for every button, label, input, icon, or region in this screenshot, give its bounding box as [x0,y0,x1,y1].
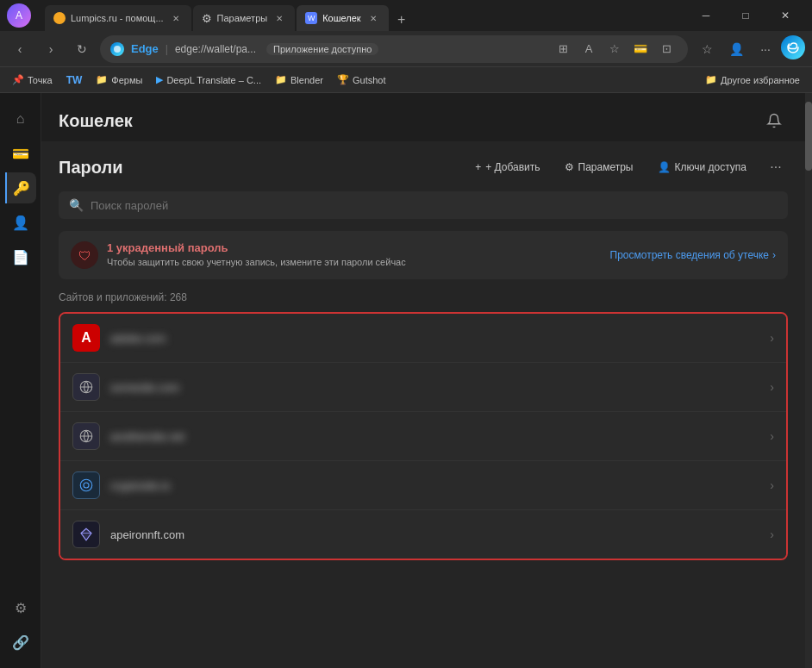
bookmark-tw[interactable]: TW [61,72,88,88]
main-content: ⌂ 💳 🔑 👤 📄 ⚙ 🔗 Кошелек Пароли [0,93,812,668]
bookmark-deepl[interactable]: ▶ DeepL Translate – С... [151,72,266,87]
back-button[interactable]: ‹ [7,36,33,62]
bookmark-tocha[interactable]: 📌 Точка [7,72,58,87]
site-name-1: adobe.com [110,332,759,345]
passkeys-button[interactable]: 👤 Ключи доступа [651,158,754,177]
maximize-button[interactable]: □ [726,3,765,28]
bookmark-gutshot[interactable]: 🏆 Gutshot [332,72,391,87]
profile-icon[interactable]: 👤 [722,35,750,63]
sidebar-item-share[interactable]: 🔗 [5,627,36,658]
sites-count: Сайтов и приложений: 268 [59,291,788,303]
wallet-icon[interactable]: 💳 [629,38,652,60]
minimize-button[interactable]: ─ [686,3,726,28]
refresh-button[interactable]: ↻ [69,36,95,62]
tab-group: Lumpics.ru - помощ... ✕ ⚙ Параметры ✕ W … [45,0,683,31]
tab2-title: Параметры [217,13,268,23]
address-icons: ⊞ A ☆ 💳 ⊡ [552,38,678,60]
bookmark-other-label: Другое избранное [721,75,800,85]
settings-button[interactable]: ⚙ Параметры [558,158,640,177]
tab2-favicon: ⚙ [202,12,212,25]
favorites-icon[interactable]: ☆ [603,38,626,60]
bookmark-fermy[interactable]: 📁 Фермы [91,72,147,87]
wallet-bell-button[interactable] [760,107,788,134]
more-options-icon[interactable]: ··· [752,35,779,63]
site-favicon-adobe: A [72,324,100,352]
passkeys-label: Ключи доступа [675,161,747,173]
site-name-2: somesite.com [110,381,759,394]
address-url: edge://wallet/pa... [175,43,256,55]
tab2-close[interactable]: ✕ [272,11,286,25]
edge-logo-button[interactable] [781,35,805,59]
toolbar-icons: ☆ 👤 ··· [693,35,805,63]
bookmark-deepl-label: DeepL Translate – С... [166,75,261,85]
password-item[interactable]: anothersite.net › [60,412,786,461]
sidebar-item-settings[interactable]: ⚙ [5,592,36,623]
vertical-scrollbar[interactable] [805,93,812,668]
tab3-title: Кошелек [322,13,360,23]
tab1-close[interactable]: ✕ [169,11,183,25]
bookmark-blender[interactable]: 📁 Blender [270,72,328,87]
password-item[interactable]: somesite.com › [60,363,786,412]
site-favicon-circle [72,471,100,499]
sidebar-item-home[interactable]: ⌂ [5,103,36,134]
alert-link[interactable]: Просмотреть сведения об утечке › [610,249,776,261]
site-favicon-diamond [72,521,100,548]
close-button[interactable]: ✕ [765,3,805,28]
password-item[interactable]: A adobe.com › [60,314,786,363]
section-actions: + + Добавить ⚙ Параметры 👤 Ключи доступа… [468,155,788,179]
tab-lumpics[interactable]: Lumpics.ru - помощ... ✕ [45,5,191,31]
sidebar-item-doc[interactable]: 📄 [5,241,36,272]
collections-icon[interactable]: ⊡ [655,38,678,60]
tab1-favicon [53,12,66,24]
alert-link-arrow: › [772,249,776,261]
new-tab-button[interactable]: + [390,9,413,31]
read-view-icon[interactable]: A [578,38,600,60]
search-icon: 🔍 [69,198,84,212]
password-item[interactable]: cryptosite.io › [60,461,786,510]
tab3-close[interactable]: ✕ [366,11,380,25]
search-bar[interactable]: 🔍 [59,191,788,219]
bookmark-deepl-icon: ▶ [156,74,163,85]
alert-description: Чтобы защитить свою учетную запись, изме… [107,256,602,269]
sidebar-item-card[interactable]: 💳 [5,138,36,169]
bookmark-gutshot-icon: 🏆 [337,74,349,85]
alert-icon-wrap: 🛡 [71,241,98,269]
favorites-bar-icon[interactable]: ☆ [693,35,721,63]
bookmark-blender-icon: 📁 [275,74,287,85]
tab-wallet[interactable]: W Кошелек ✕ [297,5,388,31]
site-info-5: apeironnft.com [110,528,759,541]
password-item[interactable]: apeironnft.com › [60,510,786,559]
site-name-5: apeironnft.com [110,528,759,541]
window-controls: ─ □ ✕ [686,3,805,28]
alert-content: 1 украденный пароль Чтобы защитить свою … [107,241,602,269]
site-info-3: anothersite.net [110,430,759,443]
add-button[interactable]: + + Добавить [468,158,547,177]
sidebar-item-person[interactable]: 👤 [5,207,36,238]
site-favicon-globe2 [72,422,100,450]
site-favicon-globe1 [72,373,100,401]
alert-title: 1 украденный пароль [107,241,602,254]
user-avatar[interactable]: A [7,3,31,28]
tab1-title: Lumpics.ru - помощ... [71,13,164,23]
section-header: Пароли + + Добавить ⚙ Параметры 👤 Ключи … [59,155,788,179]
svg-point-2 [80,480,92,492]
chevron-right-icon: › [770,331,774,345]
tab-settings[interactable]: ⚙ Параметры ✕ [193,5,296,31]
password-list: A adobe.com › somesite.com [59,312,788,560]
search-input[interactable] [91,199,778,212]
forward-button[interactable]: › [38,36,64,62]
settings-label: Параметры [578,161,634,173]
settings-gear-icon: ⚙ [565,161,574,173]
app-available-badge: Приложение доступно [266,43,378,55]
wallet-header: Кошелек [41,93,805,141]
chevron-right-icon: › [770,528,774,541]
bookmark-fermy-icon: 📁 [96,74,108,85]
split-screen-icon[interactable]: ⊞ [552,38,574,60]
more-options-button[interactable]: ··· [764,155,788,179]
tab3-favicon: W [305,12,317,24]
bookmark-gutshot-label: Gutshot [353,75,386,85]
sidebar-item-key[interactable]: 🔑 [5,172,36,203]
nav-bar: ‹ › ↻ Edge | edge://wallet/pa... Приложе… [0,31,812,67]
address-bar[interactable]: Edge | edge://wallet/pa... Приложение до… [100,35,688,63]
bookmark-other[interactable]: 📁 Другое избранное [700,72,805,87]
